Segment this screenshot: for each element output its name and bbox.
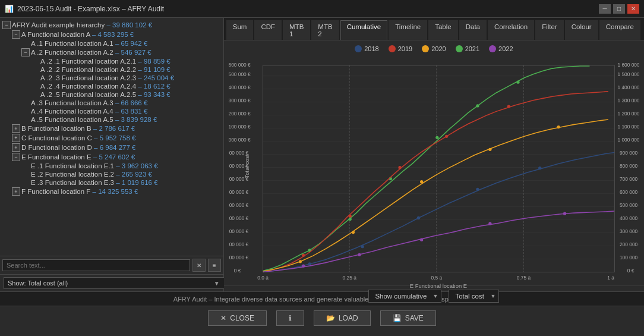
tab-sum[interactable]: Sum xyxy=(226,20,254,40)
svg-text:E Functional location E: E Functional location E xyxy=(410,282,467,289)
info-button[interactable]: ℹ xyxy=(276,310,304,326)
legend-item-2022: 2022 xyxy=(489,45,513,52)
chart-svg: 0 € 100 000 € 200 000 € 300 000 € 400 00… xyxy=(229,55,639,290)
legend-dot-2019 xyxy=(389,45,396,52)
svg-point-67 xyxy=(348,215,351,218)
tab-timeline[interactable]: Timeline xyxy=(389,20,427,40)
legend-dot-2018 xyxy=(355,45,362,52)
svg-text:1 100 000 €: 1 100 000 € xyxy=(617,124,639,130)
close-button[interactable]: ✕ CLOSE xyxy=(208,310,267,326)
tree-item-f[interactable]: + F Functional location F – 14 325 553 € xyxy=(0,187,223,196)
svg-point-66 xyxy=(302,254,305,257)
show-cumulative-select[interactable]: Show cumulativeShow individual xyxy=(368,290,441,303)
tree-toggle-c[interactable]: + xyxy=(12,134,20,142)
svg-point-80 xyxy=(538,167,541,169)
tree-item-d[interactable]: + D Functional location D – 6 984 277 € xyxy=(0,143,223,152)
cost-type-select[interactable]: Total costCountAverage xyxy=(449,290,499,303)
right-panel: SumCDFMTB 1MTB 2CumulativeTimelineTableD… xyxy=(224,18,644,291)
svg-point-71 xyxy=(299,260,302,263)
tree-label-a4: A .4 Functional location A.4 – 63 831 € xyxy=(31,108,147,115)
show-select[interactable]: Show: Total cost (all)Show: Count (all)S… xyxy=(4,277,226,289)
svg-point-78 xyxy=(417,216,420,219)
tab-cumulative[interactable]: Cumulative xyxy=(340,20,388,40)
svg-point-81 xyxy=(302,264,305,267)
tab-data[interactable]: Data xyxy=(459,20,487,40)
legend-label-2022: 2022 xyxy=(498,45,513,52)
close-label: CLOSE xyxy=(230,314,254,322)
load-button[interactable]: 📂 LOAD xyxy=(314,310,371,326)
tree-item-a4[interactable]: A .4 Functional location A.4 – 63 831 € xyxy=(0,107,223,115)
tree-label-a25: A .2 .5 Functional location A.2.5 – 93 3… xyxy=(40,91,171,98)
minimize-button[interactable]: ─ xyxy=(599,4,611,14)
tree-label-a2: A .2 Functional location A.2 – 546 927 € xyxy=(31,49,151,56)
search-input[interactable] xyxy=(2,259,190,271)
svg-point-68 xyxy=(398,166,401,169)
tab-mtb2[interactable]: MTB 2 xyxy=(311,20,339,40)
tree-item-e2[interactable]: E .2 Functional location E.2 – 265 923 € xyxy=(0,170,223,178)
svg-text:300 000 €: 300 000 € xyxy=(620,228,639,234)
legend-label-2021: 2021 xyxy=(465,45,479,52)
svg-text:500 000 €: 500 000 € xyxy=(229,202,249,208)
tree-toggle-b[interactable]: + xyxy=(12,124,20,133)
tree-item-e1[interactable]: E .1 Functional location E.1 – 3 962 063… xyxy=(0,162,223,170)
tree-item-c[interactable]: + C Functional location C – 5 952 758 € xyxy=(0,133,223,143)
tree-toggle-a[interactable]: − xyxy=(12,30,20,39)
svg-text:400 000 €: 400 000 € xyxy=(620,215,639,221)
tab-filter[interactable]: Filter xyxy=(535,20,564,40)
tree-toggle-root[interactable]: − xyxy=(2,21,11,29)
svg-text:Total cost: Total cost xyxy=(243,154,250,178)
search-button[interactable]: ≡ xyxy=(208,259,221,272)
tree-toggle-e[interactable]: − xyxy=(12,153,20,161)
svg-text:1 000 000 €: 1 000 000 € xyxy=(617,137,639,143)
tree-item-e3[interactable]: E .3 Functional location E.3 – 1 019 616… xyxy=(0,178,223,187)
svg-text:1 500 000 €: 1 500 000 € xyxy=(229,71,251,77)
tree-toggle-d[interactable]: + xyxy=(12,143,20,152)
svg-point-65 xyxy=(516,81,519,84)
tree-item-a[interactable]: − A Functional location A – 4 583 295 € xyxy=(0,30,223,39)
tree-item-a24[interactable]: A .2 .4 Functional location A.2.4 – 18 6… xyxy=(0,82,223,90)
tree-toggle-f[interactable]: + xyxy=(12,187,20,196)
legend-label-2018: 2018 xyxy=(364,45,378,52)
tab-cdf[interactable]: CDF xyxy=(254,20,282,40)
maximize-button[interactable]: □ xyxy=(613,4,625,14)
tab-correlation[interactable]: Correlation xyxy=(488,20,534,40)
tree-item-root[interactable]: − AFRY Audit example hierarchy – 39 880 … xyxy=(0,20,223,30)
svg-point-69 xyxy=(445,135,448,138)
tree-label-c: C Functional location C – 5 952 758 € xyxy=(21,134,135,142)
tree-item-a3[interactable]: A .3 Functional location A.3 – 66 666 € xyxy=(0,99,223,107)
tree-item-a1[interactable]: A .1 Functional location A.1 – 65 942 € xyxy=(0,39,223,48)
tree-item-a21[interactable]: A .2 .1 Functional location A.2.1 – 98 8… xyxy=(0,57,223,65)
svg-point-84 xyxy=(488,222,491,225)
tree-item-a25[interactable]: A .2 .5 Functional location A.2.5 – 93 3… xyxy=(0,90,223,99)
close-window-button[interactable]: ✕ xyxy=(627,4,639,14)
tree-item-a22[interactable]: A .2 .2 Functional location A.2.2 – 91 1… xyxy=(0,65,223,74)
svg-text:200 000 €: 200 000 € xyxy=(229,241,249,247)
svg-text:600 000 €: 600 000 € xyxy=(620,189,639,195)
svg-text:1 100 000 €: 1 100 000 € xyxy=(229,124,251,130)
svg-text:600 000 €: 600 000 € xyxy=(229,189,249,195)
tree-item-a2[interactable]: − A .2 Functional location A.2 – 546 927… xyxy=(0,48,223,57)
tab-colour[interactable]: Colour xyxy=(565,20,598,40)
svg-point-75 xyxy=(557,125,560,128)
tree-toggle-a2[interactable]: − xyxy=(21,48,30,56)
tree-label-e2: E .2 Functional location E.2 – 265 923 € xyxy=(31,171,152,178)
clear-search-button[interactable]: ✕ xyxy=(192,259,206,272)
tree-item-e[interactable]: − E Functional location E – 5 247 602 € xyxy=(0,152,223,162)
svg-text:1 200 000 €: 1 200 000 € xyxy=(229,111,251,117)
svg-text:1 300 000 €: 1 300 000 € xyxy=(617,98,639,103)
tree-item-a23[interactable]: A .2 .3 Functional location A.2.3 – 245 … xyxy=(0,74,223,82)
tree-item-b[interactable]: + B Functional location B – 2 786 617 € xyxy=(0,124,223,133)
save-button[interactable]: 💾 SAVE xyxy=(380,310,436,326)
svg-text:1 a: 1 a xyxy=(607,275,614,281)
tree-container[interactable]: − AFRY Audit example hierarchy – 39 880 … xyxy=(0,18,223,256)
tab-mtb1[interactable]: MTB 1 xyxy=(283,20,310,40)
svg-text:1 600 000 €: 1 600 000 € xyxy=(617,62,639,68)
svg-text:1 200 000 €: 1 200 000 € xyxy=(617,111,639,117)
svg-point-73 xyxy=(420,180,423,183)
tree-item-a5[interactable]: A .5 Functional location A.5 – 3 839 928… xyxy=(0,115,223,124)
main-content: − AFRY Audit example hierarchy – 39 880 … xyxy=(0,18,644,291)
tab-compare[interactable]: Compare xyxy=(599,20,640,40)
tab-table[interactable]: Table xyxy=(428,20,458,40)
search-bar: ✕ ≡ xyxy=(0,256,223,274)
load-icon: 📂 xyxy=(326,314,335,322)
